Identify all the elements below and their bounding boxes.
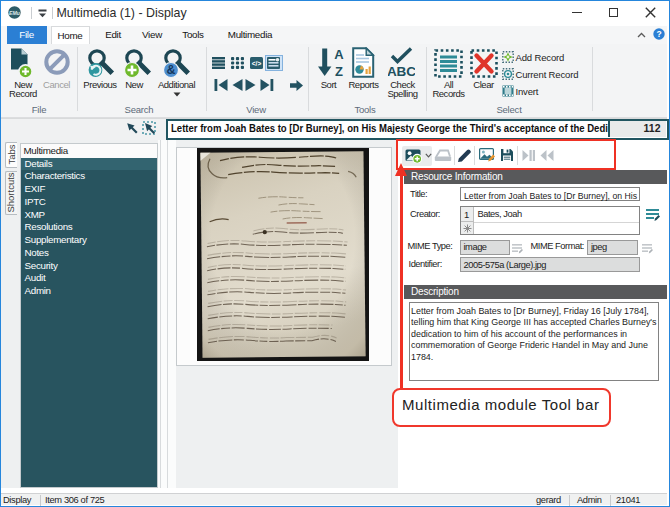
svg-text:ABC: ABC bbox=[388, 64, 415, 79]
svg-text:</>: </> bbox=[252, 59, 262, 66]
svg-text:A: A bbox=[334, 47, 344, 62]
svg-text:&: & bbox=[166, 63, 175, 77]
svg-text:Z: Z bbox=[335, 64, 343, 79]
svg-text:EMu: EMu bbox=[9, 10, 21, 16]
svg-text:?: ? bbox=[656, 29, 661, 39]
